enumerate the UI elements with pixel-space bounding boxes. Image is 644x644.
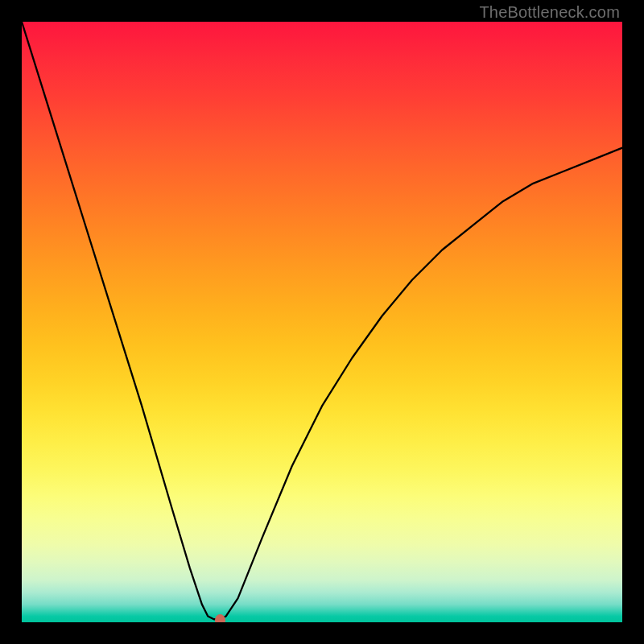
plot-area [22, 22, 622, 622]
watermark-text: TheBottleneck.com [479, 3, 620, 22]
minimum-marker [215, 614, 225, 622]
chart-frame: TheBottleneck.com [0, 0, 644, 644]
bottleneck-curve [22, 22, 622, 622]
